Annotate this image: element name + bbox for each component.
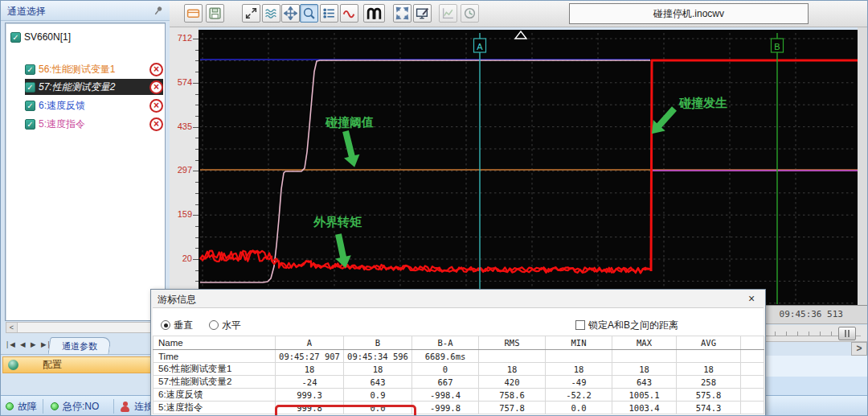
radio-horizontal[interactable]: 水平 bbox=[209, 319, 241, 332]
y-axis-tick bbox=[193, 83, 199, 84]
record-icon bbox=[366, 6, 383, 21]
tree-root-device[interactable]: ✓ SV660N[1] bbox=[10, 29, 71, 45]
table-header: B-A bbox=[412, 336, 479, 350]
capture-icon bbox=[416, 6, 429, 20]
status-label: 故障 bbox=[18, 400, 37, 414]
lock-distance-checkbox[interactable]: 锁定A和B之间的距离 bbox=[575, 319, 678, 332]
svg-text:B: B bbox=[774, 42, 780, 51]
document-tab[interactable]: 碰撞停机.inocwv bbox=[569, 3, 809, 24]
history-icon bbox=[463, 6, 477, 20]
scroll-right-icon[interactable]: > bbox=[851, 342, 867, 356]
scroll-left-icon[interactable]: < bbox=[6, 323, 18, 332]
checkbox-icon[interactable]: ✓ bbox=[25, 64, 35, 75]
cell-value: 420 bbox=[479, 376, 546, 389]
checkbox-empty-icon[interactable] bbox=[575, 320, 585, 330]
cell-value: 18 bbox=[546, 363, 612, 376]
table-header: AVG bbox=[677, 336, 741, 350]
channel-label: 56:性能测试变量1 bbox=[39, 63, 149, 76]
open-button[interactable] bbox=[184, 4, 203, 23]
waves-button[interactable] bbox=[262, 4, 280, 23]
cursor-info-dialog: 游标信息 × 垂直 水平 锁定A和B之间的距离 NameABB-ARMSMINM… bbox=[150, 289, 766, 416]
highlight-box bbox=[275, 405, 416, 416]
bottom-tab-bar: |◀ ◀ ▶ ▶| 通道参数 bbox=[1, 336, 170, 355]
channel-tree: ✓ SV660N[1] ✓56:性能测试变量1×✓57:性能测试变量2×✓6:速… bbox=[5, 23, 166, 321]
history-button[interactable] bbox=[461, 4, 479, 23]
checkbox-icon[interactable]: ✓ bbox=[25, 101, 35, 111]
fullscreen-button[interactable] bbox=[393, 4, 411, 23]
table-row: 57:性能测试变量2-24643667420-49643258 bbox=[154, 376, 764, 389]
pan-button[interactable] bbox=[281, 4, 300, 23]
trace bbox=[651, 60, 858, 271]
tab-channel-params[interactable]: 通道参数 bbox=[48, 337, 112, 354]
table-header: Name bbox=[154, 336, 276, 350]
lamp-icon bbox=[6, 402, 14, 410]
zoom-button[interactable] bbox=[300, 4, 318, 23]
chart-plot[interactable]: AB碰撞阈值外界转矩碰撞发生 bbox=[199, 30, 858, 305]
cell-value: 1005.1 bbox=[612, 389, 677, 402]
open-icon bbox=[186, 6, 200, 20]
cell-value bbox=[479, 350, 546, 363]
tree-horizontal-scrollbar[interactable]: < bbox=[6, 322, 163, 333]
zoom-icon bbox=[302, 6, 316, 20]
y-axis: 71257443529715920 bbox=[170, 27, 199, 305]
y-axis-tick bbox=[193, 259, 199, 260]
remove-channel-icon[interactable]: × bbox=[149, 63, 163, 76]
row-name: 57:性能测试变量2 bbox=[154, 376, 276, 389]
config-item[interactable]: 配置 bbox=[2, 356, 168, 373]
radio-icon[interactable] bbox=[209, 320, 219, 330]
remove-channel-icon[interactable]: × bbox=[149, 117, 163, 131]
cell-value: 6689.6ms bbox=[412, 350, 479, 363]
remove-channel-icon[interactable]: × bbox=[149, 99, 163, 113]
trace bbox=[200, 60, 650, 282]
globe-icon bbox=[8, 360, 18, 370]
radio-vertical[interactable]: 垂直 bbox=[161, 319, 193, 332]
y-axis-label: 574 bbox=[171, 77, 192, 87]
channel-label: 6:速度反馈 bbox=[39, 99, 149, 113]
channel-item[interactable]: ✓57:性能测试变量2× bbox=[25, 79, 163, 95]
pin-icon[interactable] bbox=[152, 4, 165, 17]
radio-selected-icon[interactable] bbox=[161, 320, 170, 330]
checkbox-icon[interactable]: ✓ bbox=[25, 119, 35, 130]
remove-channel-icon[interactable]: × bbox=[149, 80, 163, 94]
lamp-icon bbox=[51, 402, 59, 410]
cell-value: 258 bbox=[677, 376, 741, 389]
capture-button[interactable] bbox=[413, 4, 432, 23]
record-button[interactable] bbox=[363, 4, 385, 23]
cell-value: 574.3 bbox=[677, 402, 741, 414]
table-row: 5:速度指令999.80.0-999.8757.80.01003.4574.3 bbox=[154, 402, 764, 414]
cell-value: 09:45:27 907 bbox=[276, 350, 344, 363]
app-window: 通道选择 ✓ SV660N[1] ✓56:性能测试变量1×✓57:性能测试变量2… bbox=[0, 0, 868, 416]
cell-value: 643 bbox=[612, 376, 677, 389]
channel-item[interactable]: ✓5:速度指令× bbox=[25, 116, 163, 132]
cell-value: 18 bbox=[276, 363, 344, 376]
cell-value bbox=[677, 350, 741, 363]
channel-item[interactable]: ✓56:性能测试变量1× bbox=[25, 61, 163, 77]
save-button[interactable] bbox=[206, 4, 224, 23]
cell-value bbox=[546, 350, 612, 363]
curve-button[interactable] bbox=[340, 4, 358, 23]
user-icon bbox=[120, 402, 130, 412]
y-axis-label: 20 bbox=[171, 253, 192, 263]
status-item: 故障 bbox=[6, 396, 37, 416]
save-icon bbox=[208, 6, 222, 20]
fit-button[interactable] bbox=[242, 4, 260, 23]
list-button[interactable] bbox=[320, 4, 338, 23]
checkbox-icon[interactable]: ✓ bbox=[10, 32, 21, 43]
time-axis-label: 09:45:36 513 bbox=[780, 309, 843, 319]
chart-button[interactable] bbox=[439, 4, 457, 23]
table-row: 6:速度反馈999.30.9-998.4758.6-52.21005.1575.… bbox=[154, 389, 764, 402]
time-scrollbar-handle[interactable] bbox=[838, 327, 856, 340]
tab-vcr-buttons[interactable]: |◀ ◀ ▶ ▶| bbox=[6, 340, 51, 348]
channel-panel-title: 通道选择 bbox=[7, 5, 46, 19]
dialog-title: 游标信息 bbox=[158, 293, 196, 307]
cell-value: 643 bbox=[344, 376, 412, 389]
cell-value: 18 bbox=[479, 363, 546, 376]
cell-value: -998.4 bbox=[412, 389, 479, 402]
checkbox-icon[interactable]: ✓ bbox=[25, 82, 35, 93]
channel-item[interactable]: ✓6:速度反馈× bbox=[25, 97, 163, 113]
y-axis-tick bbox=[193, 215, 199, 216]
close-icon[interactable]: × bbox=[744, 291, 759, 306]
waveform-svg: AB碰撞阈值外界转矩碰撞发生 bbox=[199, 30, 858, 305]
config-label: 配置 bbox=[43, 358, 62, 372]
cell-value: 18 bbox=[344, 363, 412, 376]
